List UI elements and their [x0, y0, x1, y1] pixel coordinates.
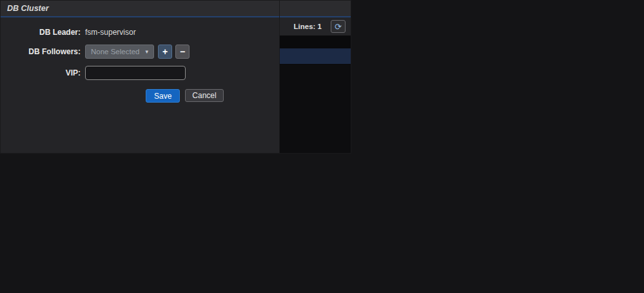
db-followers-row: DB Followers: None Selected ▾ + − — [1, 45, 279, 59]
refresh-icon[interactable]: ⟳ — [331, 20, 346, 33]
lines-count-label: Lines: 1 — [294, 23, 322, 30]
db-follower-remove-button[interactable]: − — [175, 45, 190, 59]
db-cluster-buttons-row: Save Cancel — [146, 89, 279, 103]
chevron-down-icon: ▾ — [145, 49, 148, 55]
db-cluster-panel-body: DB Leader: fsm-supervisor DB Followers: … — [1, 17, 279, 153]
db-follower-add-button[interactable]: + — [158, 45, 172, 59]
db-followers-selected-value: None Selected — [91, 48, 139, 56]
db-cluster-panel-title: DB Cluster — [7, 4, 49, 13]
db-leader-label: DB Leader: — [1, 28, 81, 37]
db-cluster-panel: DB Cluster DB Leader: fsm-supervisor DB … — [0, 0, 280, 154]
cluster-config-page: ◄ All Settings > System > Cluster Config… — [0, 0, 644, 293]
db-followers-dropdown[interactable]: None Selected ▾ — [85, 45, 154, 59]
db-cluster-save-button[interactable]: Save — [146, 89, 180, 103]
db-followers-label: DB Followers: — [1, 47, 81, 56]
db-vip-label: VIP: — [1, 68, 81, 77]
db-leader-row: DB Leader: fsm-supervisor — [1, 28, 279, 37]
db-leader-value: fsm-supervisor — [85, 28, 136, 37]
db-cluster-panel-header: DB Cluster — [1, 1, 279, 17]
db-cluster-cancel-button[interactable]: Cancel — [185, 89, 223, 102]
db-vip-input[interactable] — [85, 66, 186, 80]
db-vip-row: VIP: — [1, 66, 279, 80]
